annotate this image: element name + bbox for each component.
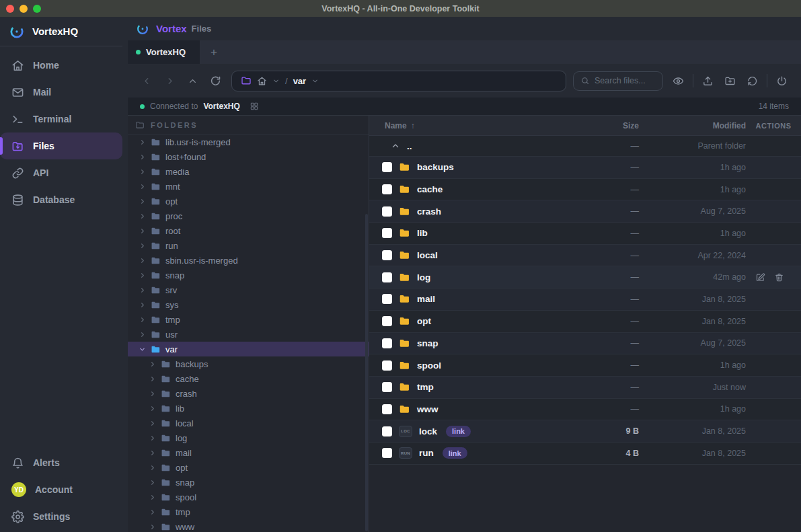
tree-item-sbin.usr-is-merged[interactable]: sbin.usr-is-merged (128, 253, 369, 268)
chevron-right-icon[interactable] (149, 479, 156, 486)
file-row-mail[interactable]: mail—Jan 8, 2025 (369, 289, 801, 311)
folder-icon[interactable] (241, 75, 252, 86)
row-checkbox[interactable] (382, 426, 392, 436)
tree-item-snap[interactable]: snap (128, 268, 369, 282)
tree-item-tmp[interactable]: tmp (128, 312, 369, 327)
tree-item-root[interactable]: root (128, 223, 369, 238)
history-button[interactable] (741, 71, 763, 91)
file-row-snap[interactable]: snap—Aug 7, 2025 (369, 333, 801, 355)
tree-item-backups[interactable]: backups (128, 356, 369, 371)
row-checkbox[interactable] (382, 360, 392, 371)
chevron-right-icon[interactable] (139, 331, 146, 338)
chevron-right-icon[interactable] (139, 153, 146, 161)
chevron-down-icon[interactable] (311, 77, 319, 85)
tree-item-run[interactable]: run (128, 238, 369, 253)
row-checkbox[interactable] (382, 448, 392, 458)
row-checkbox[interactable] (382, 404, 392, 414)
tree-item-lib.usr-is-merged[interactable]: lib.usr-is-merged (128, 135, 369, 149)
forward-button[interactable] (159, 71, 180, 91)
tree-item-opt[interactable]: opt (128, 194, 369, 208)
file-row-lib[interactable]: lib—1h ago (369, 223, 801, 245)
edit-button[interactable] (755, 272, 765, 282)
sidebar-item-settings[interactable]: Settings (0, 503, 128, 530)
row-checkbox[interactable] (382, 250, 392, 260)
chevron-right-icon[interactable] (139, 198, 146, 205)
chevron-right-icon[interactable] (139, 242, 146, 250)
column-modified[interactable]: Modified (639, 121, 746, 130)
tree-item-media[interactable]: media (128, 164, 369, 179)
chevron-right-icon[interactable] (139, 168, 146, 176)
toggle-hidden-files-button[interactable] (667, 71, 689, 91)
tree-item-snap[interactable]: snap (128, 475, 369, 490)
chevron-right-icon[interactable] (149, 494, 156, 501)
chevron-right-icon[interactable] (139, 316, 146, 324)
tree-item-mail[interactable]: mail (128, 445, 369, 460)
delete-button[interactable] (774, 272, 784, 282)
row-checkbox[interactable] (382, 316, 392, 326)
refresh-button[interactable] (204, 71, 226, 91)
chevron-right-icon[interactable] (149, 405, 156, 412)
chevron-right-icon[interactable] (139, 287, 146, 294)
row-checkbox[interactable] (382, 206, 392, 217)
chevron-down-icon[interactable] (272, 77, 280, 85)
up-directory-button[interactable] (182, 71, 203, 91)
tree-item-lib[interactable]: lib (128, 401, 369, 416)
chevron-right-icon[interactable] (149, 464, 156, 471)
home-icon[interactable] (257, 76, 267, 86)
file-row-spool[interactable]: spool—1h ago (369, 354, 801, 377)
sidebar-item-alerts[interactable]: Alerts (0, 449, 128, 476)
file-row-cache[interactable]: cache—1h ago (369, 179, 801, 201)
tree-item-tmp[interactable]: tmp (128, 504, 369, 519)
chevron-right-icon[interactable] (149, 390, 156, 397)
zoom-window-button[interactable] (33, 5, 41, 13)
tree-item-cache[interactable]: cache (128, 371, 369, 386)
sidebar-item-database[interactable]: Database (0, 186, 128, 213)
back-button[interactable] (136, 71, 157, 91)
minimize-window-button[interactable] (20, 5, 28, 13)
row-checkbox[interactable] (382, 294, 392, 304)
sidebar-item-terminal[interactable]: Terminal (0, 106, 128, 132)
column-size[interactable]: Size (592, 121, 639, 130)
chevron-right-icon[interactable] (139, 257, 146, 264)
file-row-tmp[interactable]: tmp—Just now (369, 377, 801, 399)
chevron-right-icon[interactable] (139, 139, 146, 146)
sidebar-item-home[interactable]: Home (0, 52, 128, 79)
path-segment-var[interactable]: var (293, 76, 307, 86)
tree-item-opt[interactable]: opt (128, 460, 369, 475)
file-row-lock[interactable]: LOClocklink9 BJan 8, 2025 (369, 420, 801, 443)
row-checkbox[interactable] (382, 272, 392, 282)
new-tab-button[interactable]: + (200, 40, 228, 64)
tree-item-sys[interactable]: sys (128, 297, 369, 312)
file-row-crash[interactable]: crash—Aug 7, 2025 (369, 200, 801, 223)
tree-item-usr[interactable]: usr (128, 327, 369, 342)
row-checkbox[interactable] (382, 162, 392, 172)
row-checkbox[interactable] (382, 338, 392, 348)
tree-item-local[interactable]: local (128, 416, 369, 430)
close-window-button[interactable] (6, 5, 14, 13)
file-row-log[interactable]: log—42m ago (369, 266, 801, 289)
row-checkbox[interactable] (382, 184, 392, 194)
tree-item-log[interactable]: log (128, 430, 369, 445)
chevron-right-icon[interactable] (149, 523, 156, 531)
grid-view-icon[interactable] (250, 102, 259, 111)
file-row-www[interactable]: www—1h ago (369, 399, 801, 421)
file-row-opt[interactable]: opt—Jan 8, 2025 (369, 311, 801, 333)
chevron-right-icon[interactable] (149, 508, 156, 516)
new-folder-button[interactable] (719, 71, 741, 91)
chevron-right-icon[interactable] (149, 449, 156, 457)
tree-item-lost+found[interactable]: lost+found (128, 149, 369, 164)
chevron-right-icon[interactable] (149, 360, 156, 368)
chevron-right-icon[interactable] (139, 301, 146, 309)
upload-button[interactable] (697, 71, 719, 91)
row-checkbox[interactable] (382, 382, 392, 392)
path-bar[interactable]: / var (231, 71, 566, 91)
chevron-right-icon[interactable] (139, 227, 146, 235)
sidebar-item-api[interactable]: API (0, 159, 128, 186)
file-row-backups[interactable]: backups—1h ago (369, 157, 801, 179)
chevron-right-icon[interactable] (139, 272, 146, 279)
parent-folder-row[interactable]: ..—Parent folder (369, 136, 801, 157)
chevron-right-icon[interactable] (149, 434, 156, 442)
chevron-right-icon[interactable] (139, 183, 146, 190)
tree-item-proc[interactable]: proc (128, 208, 369, 223)
tree-scrollbar[interactable] (365, 214, 368, 531)
